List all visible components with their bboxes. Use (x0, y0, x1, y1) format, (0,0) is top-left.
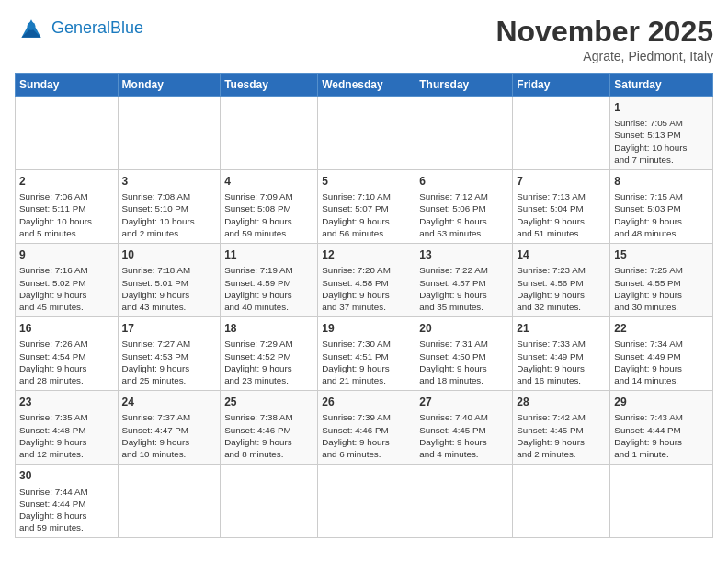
calendar-cell (118, 97, 221, 170)
calendar-cell (415, 465, 513, 538)
day-header-saturday: Saturday (610, 74, 713, 97)
calendar-cell: 24Sunrise: 7:37 AM Sunset: 4:47 PM Dayli… (118, 391, 221, 465)
cell-info: Sunrise: 7:23 AM Sunset: 4:56 PM Dayligh… (517, 264, 606, 313)
logo-general: General (51, 18, 110, 37)
day-header-tuesday: Tuesday (221, 74, 318, 97)
calendar-cell (16, 97, 119, 170)
calendar-cell: 30Sunrise: 7:44 AM Sunset: 4:44 PM Dayli… (16, 465, 119, 538)
logo-text: GeneralBlue (51, 19, 143, 38)
day-header-monday: Monday (118, 74, 221, 97)
calendar-cell: 15Sunrise: 7:25 AM Sunset: 4:55 PM Dayli… (610, 244, 713, 317)
calendar-cell: 1Sunrise: 7:05 AM Sunset: 5:13 PM Daylig… (610, 97, 713, 170)
day-number: 17 (122, 321, 217, 336)
day-number: 27 (419, 395, 508, 409)
calendar-cell: 9Sunrise: 7:16 AM Sunset: 5:02 PM Daylig… (16, 244, 119, 317)
calendar-cell: 5Sunrise: 7:10 AM Sunset: 5:07 PM Daylig… (318, 170, 415, 244)
day-number: 8 (614, 174, 709, 189)
calendar-cell: 6Sunrise: 7:12 AM Sunset: 5:06 PM Daylig… (415, 170, 513, 244)
cell-info: Sunrise: 7:43 AM Sunset: 4:44 PM Dayligh… (614, 411, 709, 460)
calendar-cell: 19Sunrise: 7:30 AM Sunset: 4:51 PM Dayli… (318, 317, 415, 391)
calendar-week-row: 16Sunrise: 7:26 AM Sunset: 4:54 PM Dayli… (16, 317, 713, 391)
calendar-header-row: SundayMondayTuesdayWednesdayThursdayFrid… (16, 74, 713, 97)
day-number: 4 (224, 174, 313, 189)
day-header-friday: Friday (513, 74, 610, 97)
day-header-thursday: Thursday (415, 74, 513, 97)
day-number: 18 (224, 321, 313, 336)
calendar-cell: 20Sunrise: 7:31 AM Sunset: 4:50 PM Dayli… (415, 317, 513, 391)
cell-info: Sunrise: 7:35 AM Sunset: 4:48 PM Dayligh… (19, 411, 114, 460)
day-number: 11 (224, 247, 313, 262)
calendar-cell: 23Sunrise: 7:35 AM Sunset: 4:48 PM Dayli… (16, 391, 119, 465)
calendar-cell: 18Sunrise: 7:29 AM Sunset: 4:52 PM Dayli… (221, 317, 318, 391)
calendar-cell (610, 465, 713, 538)
day-number: 21 (517, 321, 606, 336)
calendar-cell (318, 465, 415, 538)
title-block: November 2025 Agrate, Piedmont, Italy (495, 15, 713, 63)
cell-info: Sunrise: 7:05 AM Sunset: 5:13 PM Dayligh… (614, 117, 709, 166)
day-number: 24 (122, 395, 217, 409)
calendar-cell (221, 97, 318, 170)
calendar-cell: 26Sunrise: 7:39 AM Sunset: 4:46 PM Dayli… (318, 391, 415, 465)
cell-info: Sunrise: 7:38 AM Sunset: 4:46 PM Dayligh… (224, 411, 313, 460)
month-title: November 2025 (495, 15, 713, 49)
cell-info: Sunrise: 7:22 AM Sunset: 4:57 PM Dayligh… (419, 264, 508, 313)
cell-info: Sunrise: 7:12 AM Sunset: 5:06 PM Dayligh… (419, 190, 508, 239)
logo-blue: Blue (110, 18, 143, 37)
calendar-cell: 17Sunrise: 7:27 AM Sunset: 4:53 PM Dayli… (118, 317, 221, 391)
day-number: 7 (517, 174, 606, 189)
logo: GeneralBlue (15, 15, 143, 42)
calendar-cell (318, 97, 415, 170)
cell-info: Sunrise: 7:18 AM Sunset: 5:01 PM Dayligh… (122, 264, 217, 313)
cell-info: Sunrise: 7:37 AM Sunset: 4:47 PM Dayligh… (122, 411, 217, 460)
calendar-cell: 7Sunrise: 7:13 AM Sunset: 5:04 PM Daylig… (513, 170, 610, 244)
cell-info: Sunrise: 7:26 AM Sunset: 4:54 PM Dayligh… (19, 338, 114, 386)
day-number: 29 (614, 395, 709, 409)
calendar-cell (513, 97, 610, 170)
cell-info: Sunrise: 7:09 AM Sunset: 5:08 PM Dayligh… (224, 190, 313, 239)
calendar-week-row: 9Sunrise: 7:16 AM Sunset: 5:02 PM Daylig… (16, 244, 713, 317)
day-number: 5 (322, 174, 411, 189)
cell-info: Sunrise: 7:40 AM Sunset: 4:45 PM Dayligh… (419, 411, 508, 460)
calendar-cell (415, 97, 513, 170)
page-header: GeneralBlue November 2025 Agrate, Piedmo… (15, 15, 713, 63)
calendar-table: SundayMondayTuesdayWednesdayThursdayFrid… (15, 73, 713, 538)
day-header-wednesday: Wednesday (318, 74, 415, 97)
day-number: 30 (19, 468, 114, 483)
svg-point-2 (28, 22, 36, 30)
logo-icon (15, 15, 48, 42)
day-number: 15 (614, 247, 709, 262)
calendar-week-row: 30Sunrise: 7:44 AM Sunset: 4:44 PM Dayli… (16, 465, 713, 538)
day-number: 10 (122, 247, 217, 262)
calendar-cell: 10Sunrise: 7:18 AM Sunset: 5:01 PM Dayli… (118, 244, 221, 317)
day-number: 16 (19, 321, 114, 336)
day-number: 9 (19, 247, 114, 262)
calendar-cell (513, 465, 610, 538)
calendar-cell: 21Sunrise: 7:33 AM Sunset: 4:49 PM Dayli… (513, 317, 610, 391)
day-number: 23 (19, 395, 114, 409)
cell-info: Sunrise: 7:27 AM Sunset: 4:53 PM Dayligh… (122, 338, 217, 386)
calendar-cell: 29Sunrise: 7:43 AM Sunset: 4:44 PM Dayli… (610, 391, 713, 465)
calendar-cell (118, 465, 221, 538)
calendar-week-row: 23Sunrise: 7:35 AM Sunset: 4:48 PM Dayli… (16, 391, 713, 465)
calendar-week-row: 2Sunrise: 7:06 AM Sunset: 5:11 PM Daylig… (16, 170, 713, 244)
day-number: 25 (224, 395, 313, 409)
calendar-cell: 28Sunrise: 7:42 AM Sunset: 4:45 PM Dayli… (513, 391, 610, 465)
calendar-cell: 12Sunrise: 7:20 AM Sunset: 4:58 PM Dayli… (318, 244, 415, 317)
day-number: 1 (614, 100, 709, 115)
cell-info: Sunrise: 7:30 AM Sunset: 4:51 PM Dayligh… (322, 338, 411, 386)
day-number: 12 (322, 247, 411, 262)
day-number: 6 (419, 174, 508, 189)
calendar-cell: 22Sunrise: 7:34 AM Sunset: 4:49 PM Dayli… (610, 317, 713, 391)
calendar-cell (221, 465, 318, 538)
day-number: 20 (419, 321, 508, 336)
cell-info: Sunrise: 7:15 AM Sunset: 5:03 PM Dayligh… (614, 190, 709, 239)
cell-info: Sunrise: 7:42 AM Sunset: 4:45 PM Dayligh… (517, 411, 606, 460)
cell-info: Sunrise: 7:25 AM Sunset: 4:55 PM Dayligh… (614, 264, 709, 313)
cell-info: Sunrise: 7:39 AM Sunset: 4:46 PM Dayligh… (322, 411, 411, 460)
cell-info: Sunrise: 7:33 AM Sunset: 4:49 PM Dayligh… (517, 338, 606, 386)
calendar-cell: 8Sunrise: 7:15 AM Sunset: 5:03 PM Daylig… (610, 170, 713, 244)
calendar-cell: 4Sunrise: 7:09 AM Sunset: 5:08 PM Daylig… (221, 170, 318, 244)
day-number: 19 (322, 321, 411, 336)
day-header-sunday: Sunday (16, 74, 119, 97)
calendar-cell: 16Sunrise: 7:26 AM Sunset: 4:54 PM Dayli… (16, 317, 119, 391)
